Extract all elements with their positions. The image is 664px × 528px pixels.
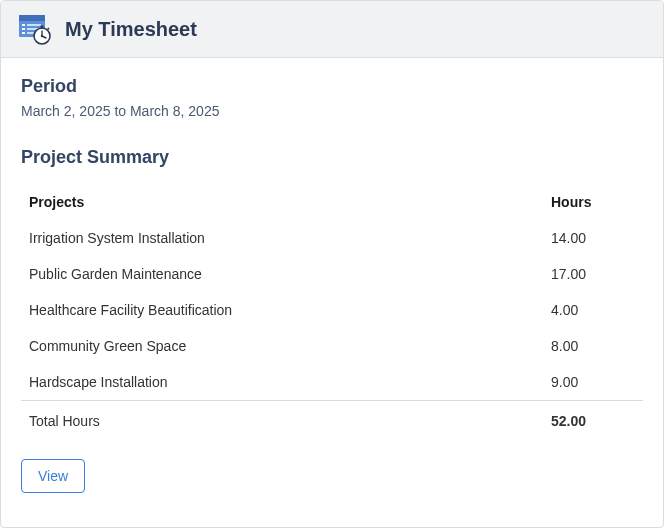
table-row: Hardscape Installation 9.00 [21, 364, 643, 401]
table-row: Irrigation System Installation 14.00 [21, 220, 643, 256]
project-hours: 4.00 [543, 292, 643, 328]
period-range: March 2, 2025 to March 8, 2025 [21, 103, 643, 119]
total-label: Total Hours [21, 401, 543, 440]
svg-rect-3 [27, 24, 41, 26]
table-row: Public Garden Maintenance 17.00 [21, 256, 643, 292]
table-row: Community Green Space 8.00 [21, 328, 643, 364]
svg-line-11 [48, 28, 50, 30]
timesheet-card: My Timesheet Period March 2, 2025 to Mar… [0, 0, 664, 528]
card-header: My Timesheet [1, 1, 663, 58]
project-hours: 8.00 [543, 328, 643, 364]
col-projects: Projects [21, 184, 543, 220]
period-heading: Period [21, 76, 643, 97]
project-name: Community Green Space [21, 328, 543, 364]
project-name: Hardscape Installation [21, 364, 543, 401]
page-title: My Timesheet [65, 18, 197, 41]
total-hours: 52.00 [543, 401, 643, 440]
view-button[interactable]: View [21, 459, 85, 493]
total-row: Total Hours 52.00 [21, 401, 643, 440]
project-name: Healthcare Facility Beautification [21, 292, 543, 328]
svg-point-14 [41, 35, 43, 37]
project-hours: 17.00 [543, 256, 643, 292]
project-name: Public Garden Maintenance [21, 256, 543, 292]
card-body: Period March 2, 2025 to March 8, 2025 Pr… [1, 58, 663, 527]
project-hours: 14.00 [543, 220, 643, 256]
project-summary-table: Projects Hours Irrigation System Install… [21, 184, 643, 439]
col-hours: Hours [543, 184, 643, 220]
project-hours: 9.00 [543, 364, 643, 401]
svg-rect-1 [19, 15, 45, 21]
table-row: Healthcare Facility Beautification 4.00 [21, 292, 643, 328]
svg-rect-6 [22, 32, 25, 34]
svg-rect-2 [22, 24, 25, 26]
timesheet-icon [19, 13, 51, 45]
project-name: Irrigation System Installation [21, 220, 543, 256]
project-summary-heading: Project Summary [21, 147, 643, 168]
svg-rect-4 [22, 28, 25, 30]
svg-rect-9 [41, 26, 44, 28]
